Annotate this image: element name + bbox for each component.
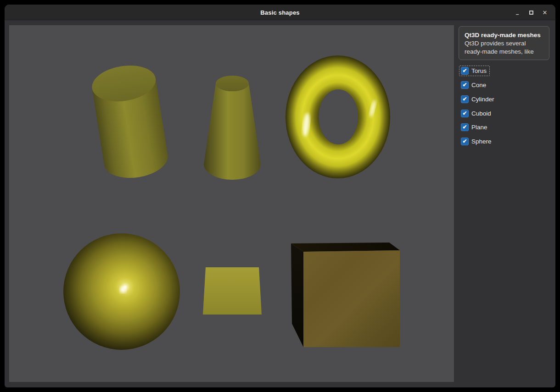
window-title: Basic shapes — [5, 5, 555, 20]
minimize-button[interactable]: – — [510, 5, 524, 20]
cone-checkbox[interactable]: ✔ — [461, 81, 469, 89]
cylinder-checkbox[interactable]: ✔ — [461, 95, 469, 103]
maximize-icon — [529, 11, 533, 15]
check-icon: ✔ — [462, 96, 467, 102]
plane-checkbox[interactable]: ✔ — [461, 123, 469, 131]
info-frame: Qt3D ready-made meshes Qt3D provides sev… — [459, 26, 549, 60]
plane-checkbox-label: Plane — [471, 124, 487, 131]
checkbox-row-cuboid[interactable]: ✔ Cuboid — [459, 108, 494, 119]
checkbox-row-plane[interactable]: ✔ Plane — [459, 121, 491, 133]
checkbox-row-cone[interactable]: ✔ Cone — [459, 79, 489, 90]
maximize-button[interactable] — [524, 5, 538, 20]
close-icon: ✕ — [543, 9, 548, 16]
info-body: Qt3D provides several ready-made meshes,… — [465, 39, 543, 56]
check-icon: ✔ — [462, 124, 467, 130]
checkbox-row-torus[interactable]: ✔ Torus — [459, 65, 490, 76]
sphere-checkbox[interactable]: ✔ — [461, 138, 469, 145]
cone-mesh — [204, 76, 261, 180]
torus-mesh — [286, 55, 390, 178]
cone-checkbox-label: Cone — [471, 82, 486, 88]
app-window: Basic shapes – ✕ — [5, 5, 555, 387]
checkbox-row-cylinder[interactable]: ✔ Cylinder — [459, 94, 498, 105]
torus-checkbox[interactable]: ✔ — [461, 67, 469, 75]
check-icon: ✔ — [462, 68, 467, 73]
plane-mesh — [203, 267, 262, 315]
check-icon: ✔ — [462, 138, 467, 144]
cuboid-checkbox-label: Cuboid — [471, 110, 491, 117]
minimize-icon: – — [516, 11, 519, 17]
cylinder-checkbox-label: Cylinder — [471, 96, 494, 103]
info-title: Qt3D ready-made meshes — [465, 31, 543, 39]
cuboid-checkbox[interactable]: ✔ — [461, 110, 469, 117]
3d-scene — [9, 25, 454, 382]
3d-viewport[interactable] — [9, 25, 454, 382]
torus-checkbox-label: Torus — [471, 67, 487, 74]
close-button[interactable]: ✕ — [538, 5, 552, 20]
check-icon: ✔ — [462, 82, 467, 88]
checkbox-row-sphere[interactable]: ✔ Sphere — [459, 136, 495, 147]
sphere-checkbox-label: Sphere — [471, 138, 492, 145]
window-controls: – ✕ — [510, 5, 552, 20]
check-icon: ✔ — [462, 110, 467, 116]
cuboid-mesh — [291, 243, 400, 347]
sphere-mesh — [63, 233, 180, 350]
titlebar[interactable]: Basic shapes – ✕ — [5, 5, 555, 20]
cylinder-mesh — [90, 61, 171, 182]
